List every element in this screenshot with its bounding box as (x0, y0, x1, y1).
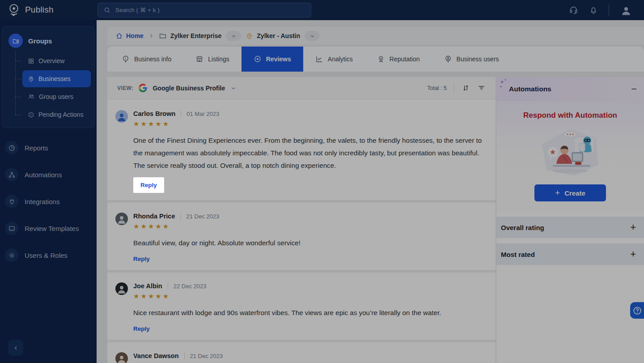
view-label: VIEW: (117, 85, 133, 91)
google-logo-icon (139, 84, 147, 92)
main-content: Home Zylker Enterprise Zylker - Austin (97, 20, 644, 363)
groups-label: Groups (28, 37, 52, 45)
sidebar-collapse-button[interactable] (8, 340, 23, 356)
breadcrumb-home-label: Home (126, 32, 144, 39)
reviewer-name: Vance Dawson (133, 352, 179, 359)
review-templates-label: Review Templates (25, 225, 79, 232)
businesses-pin-icon (28, 76, 34, 82)
breadcrumb-organization[interactable]: Zylker Enterprise (159, 32, 221, 40)
create-automation-button[interactable]: + Create (534, 184, 606, 201)
topbar-divider (609, 4, 609, 16)
tab-business-info[interactable]: Business info (110, 47, 183, 72)
business-users-icon (444, 55, 452, 63)
reply-button[interactable]: Reply (133, 177, 164, 193)
name-date-divider (181, 111, 181, 117)
sidebar-item-overview[interactable]: Overview (22, 52, 91, 69)
notifications-bell-icon[interactable] (589, 6, 598, 15)
tab-reputation[interactable]: Reputation (365, 47, 432, 72)
review-date: 21 Dec 2023 (190, 353, 223, 359)
tab-business-users[interactable]: Business users (432, 47, 511, 72)
reviews-star-badge-icon (254, 55, 262, 63)
sidebar: Groups Overview Busin (0, 20, 97, 363)
sidebar-item-reports[interactable]: Reports (0, 135, 97, 160)
support-headset-icon[interactable] (569, 5, 578, 15)
automations-side-panel: ✶✶• Automations − Respond with Automatio… (496, 77, 644, 363)
review-text: Beautiful view, day or night. Absolute w… (133, 237, 485, 249)
automations-header[interactable]: ✶✶• Automations − (496, 77, 644, 101)
folder-icon (159, 32, 167, 40)
sidebar-item-integrations[interactable]: Integrations (0, 189, 97, 214)
user-avatar[interactable] (620, 4, 632, 17)
organization-chevron-down-icon[interactable] (226, 31, 241, 41)
expand-plus-icon[interactable]: + (630, 222, 636, 232)
accordion-overall-rating[interactable]: Overall rating + (496, 217, 644, 238)
create-label: Create (564, 189, 585, 197)
reviewer-avatar (115, 352, 128, 363)
review-item: Vance Dawson 21 Dec 2023 (107, 340, 496, 363)
review-item: Rhonda Price 21 Dec 2023 ★★★★★ Beautiful… (107, 200, 496, 270)
viewbar-divider (454, 82, 454, 94)
breadcrumb-organization-label: Zylker Enterprise (170, 32, 221, 39)
analytics-chart-icon (315, 55, 323, 63)
users-roles-gear-icon (5, 248, 18, 262)
tab-reputation-label: Reputation (390, 56, 420, 63)
breadcrumb: Home Zylker Enterprise Zylker - Austin (107, 27, 644, 45)
tab-analytics[interactable]: Analytics (303, 47, 365, 72)
reports-label: Reports (25, 144, 48, 152)
view-chevron-down-icon[interactable] (230, 85, 237, 91)
location-chevron-down-icon[interactable] (305, 31, 320, 41)
tab-business-info-label: Business info (134, 56, 171, 63)
home-icon (115, 32, 123, 40)
collapse-minus-icon[interactable]: − (631, 84, 637, 94)
search-input[interactable] (115, 7, 305, 13)
name-date-divider (184, 353, 185, 359)
expand-plus-icon[interactable]: + (630, 249, 636, 259)
tab-analytics-label: Analytics (328, 56, 353, 63)
accordion-most-rated[interactable]: Most rated + (496, 243, 644, 265)
reply-button[interactable]: Reply (133, 256, 150, 262)
automation-promo: Respond with Automation (496, 101, 644, 211)
overview-icon (28, 58, 34, 64)
pending-actions-icon (28, 111, 34, 118)
breadcrumb-home[interactable]: Home (115, 32, 144, 40)
plus-icon: + (555, 188, 560, 198)
tab-business-users-label: Business users (457, 56, 499, 63)
tab-listings[interactable]: Listings (183, 47, 241, 72)
search-icon (103, 6, 111, 14)
app-title: Publish (25, 5, 54, 15)
sidebar-item-review-templates[interactable]: Review Templates (0, 216, 97, 241)
sidebar-item-users-roles[interactable]: Users & Roles (0, 243, 97, 268)
tab-listings-label: Listings (208, 56, 229, 63)
sort-icon[interactable] (462, 84, 470, 92)
reviewer-name: Carlos Brown (133, 110, 175, 117)
groups-tree: Overview Businesses Grou (15, 52, 94, 123)
sidebar-item-groups[interactable]: Groups (2, 31, 94, 51)
sidebar-item-automations[interactable]: Automations (0, 162, 97, 187)
review-templates-icon (5, 222, 18, 235)
reviews-panel: VIEW: Google Business Profile Total : 5 (107, 77, 496, 363)
groups-folder-pin-icon (8, 34, 23, 48)
help-button[interactable] (630, 302, 644, 319)
pending-actions-label: Pending Actions (38, 111, 83, 118)
chevron-right-icon (148, 33, 154, 39)
group-users-icon (28, 93, 35, 100)
sidebar-item-businesses[interactable]: Businesses (22, 70, 91, 87)
sidebar-item-group-users[interactable]: Group users (22, 88, 91, 105)
promo-title: Respond with Automation (496, 111, 644, 120)
global-search[interactable] (97, 3, 311, 17)
automations-flow-icon (5, 168, 18, 181)
most-rated-label: Most rated (501, 251, 535, 258)
breadcrumb-location[interactable]: Zylker - Austin (246, 32, 300, 40)
integrations-label: Integrations (25, 198, 59, 205)
reviewer-name: Joe Albin (133, 282, 162, 290)
name-date-divider (180, 213, 181, 219)
filter-icon[interactable] (477, 84, 486, 92)
review-date: 01 Mar 2023 (186, 111, 219, 117)
star-rating: ★★★★★ (133, 292, 206, 300)
reply-button[interactable]: Reply (133, 325, 150, 332)
tab-strip: Business info Listings Reviews (107, 47, 644, 72)
view-source-select[interactable]: Google Business Profile (153, 85, 225, 92)
breadcrumb-location-label: Zylker - Austin (257, 32, 300, 39)
sidebar-item-pending-actions[interactable]: Pending Actions (22, 106, 91, 123)
tab-reviews[interactable]: Reviews (242, 47, 303, 72)
